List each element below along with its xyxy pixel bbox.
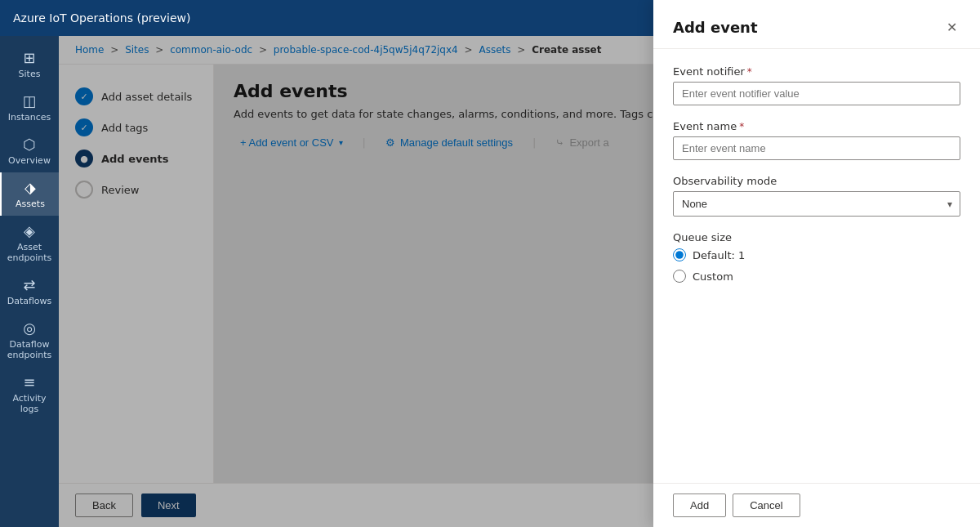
queue-size-default-option[interactable]: Default: 1 xyxy=(673,248,960,261)
overview-icon: ⬡ xyxy=(23,136,36,153)
instances-icon: ◫ xyxy=(22,92,36,109)
sidebar-item-dataflows[interactable]: ⇄ Dataflows xyxy=(0,270,59,313)
event-name-group: Event name * xyxy=(673,120,960,160)
panel-footer: Add Cancel xyxy=(653,483,980,527)
sidebar-label-overview: Overview xyxy=(8,155,51,166)
sidebar-item-dataflow-endpoints[interactable]: ◎ Dataflow endpoints xyxy=(0,313,59,367)
event-name-input[interactable] xyxy=(673,136,960,160)
dataflow-endpoints-icon: ◎ xyxy=(23,319,36,337)
event-name-label: Event name * xyxy=(673,120,960,132)
panel-body: Event notifier * Event name * Observabil… xyxy=(653,49,980,483)
sidebar-item-asset-endpoints[interactable]: ◈ Asset endpoints xyxy=(0,216,59,270)
event-name-required: * xyxy=(739,121,744,132)
sites-icon: ⊞ xyxy=(23,49,35,66)
sidebar-label-assets: Assets xyxy=(16,199,45,209)
sidebar-label-dataflows: Dataflows xyxy=(7,296,52,306)
queue-size-radio-group: Default: 1 Custom xyxy=(673,248,960,283)
add-button[interactable]: Add xyxy=(673,494,726,517)
event-notifier-group: Event notifier * xyxy=(673,65,960,105)
panel-title: Add event xyxy=(673,19,758,36)
event-notifier-label: Event notifier * xyxy=(673,65,960,78)
queue-size-custom-option[interactable]: Custom xyxy=(673,270,960,283)
observability-mode-select[interactable]: None Log Gauge Counter Histogram xyxy=(673,191,960,217)
sidebar: ⊞ Sites ◫ Instances ⬡ Overview ⬗ Assets … xyxy=(0,36,59,527)
add-event-panel: Add event ✕ Event notifier * Event name … xyxy=(653,0,980,527)
sidebar-item-overview[interactable]: ⬡ Overview xyxy=(0,129,59,172)
observability-mode-label: Observability mode xyxy=(673,175,960,187)
sidebar-label-dataflow-endpoints: Dataflow endpoints xyxy=(3,339,56,360)
sidebar-item-assets[interactable]: ⬗ Assets xyxy=(0,172,59,216)
sidebar-item-instances[interactable]: ◫ Instances xyxy=(0,86,59,129)
sidebar-label-sites: Sites xyxy=(19,69,41,79)
assets-icon: ⬗ xyxy=(24,179,36,196)
panel-header: Add event ✕ xyxy=(653,0,980,49)
panel-close-button[interactable]: ✕ xyxy=(943,16,960,38)
dataflows-icon: ⇄ xyxy=(23,276,35,293)
sidebar-label-instances: Instances xyxy=(8,112,51,123)
queue-size-default-radio[interactable] xyxy=(673,248,686,261)
queue-size-custom-radio[interactable] xyxy=(673,270,686,283)
sidebar-label-asset-endpoints: Asset endpoints xyxy=(3,242,56,263)
queue-size-default-label: Default: 1 xyxy=(693,249,745,261)
event-notifier-required: * xyxy=(747,66,752,78)
sidebar-item-sites[interactable]: ⊞ Sites xyxy=(0,42,59,86)
queue-size-group: Queue size Default: 1 Custom xyxy=(673,231,960,283)
queue-size-label: Queue size xyxy=(673,231,960,243)
cancel-button[interactable]: Cancel xyxy=(733,494,800,517)
activity-logs-icon: ≡ xyxy=(23,373,35,391)
asset-endpoints-icon: ◈ xyxy=(24,222,35,239)
queue-size-custom-label: Custom xyxy=(693,270,733,283)
observability-mode-group: Observability mode None Log Gauge Counte… xyxy=(673,175,960,217)
event-notifier-input[interactable] xyxy=(673,82,960,105)
app-title: Azure IoT Operations (preview) xyxy=(13,11,191,25)
sidebar-label-activity-logs: Activity logs xyxy=(3,393,56,414)
sidebar-item-activity-logs[interactable]: ≡ Activity logs xyxy=(0,367,59,421)
observability-mode-select-wrapper: None Log Gauge Counter Histogram ▾ xyxy=(673,191,960,217)
